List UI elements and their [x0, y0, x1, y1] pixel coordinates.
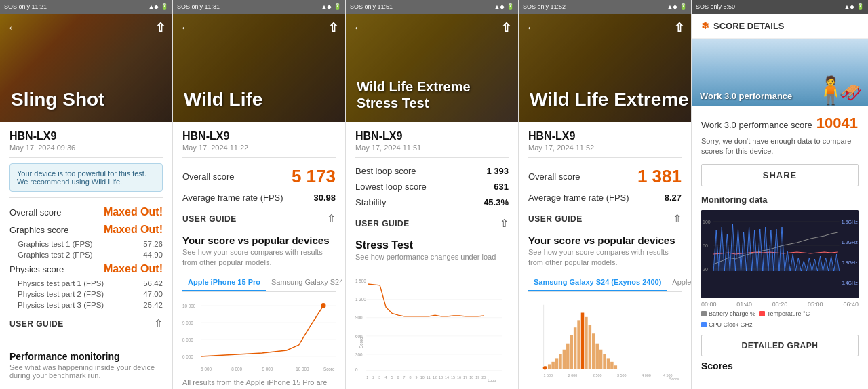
device-name-4: HBN-LX9	[528, 130, 682, 142]
svg-text:Loop: Loop	[488, 378, 496, 382]
tab-2-0[interactable]: Apple iPhone 15 Pro	[182, 274, 266, 291]
svg-rect-75	[614, 365, 618, 369]
svg-rect-61	[563, 350, 566, 369]
tabs-2: Apple iPhone 15 Pro Samsung Galaxy S24 (…	[182, 274, 336, 292]
status-left-right: SOS only 5:50	[696, 3, 735, 10]
svg-text:8: 8	[410, 375, 412, 380]
right-content: Work 3.0 performance score 10041 Sorry, …	[692, 106, 868, 389]
svg-text:0.8GHz: 0.8GHz	[842, 260, 858, 265]
svg-rect-67	[585, 317, 588, 369]
svg-text:17: 17	[463, 375, 467, 380]
compare-title-2: Your score vs popular devices	[182, 234, 336, 246]
legend-battery-dot	[701, 311, 707, 316]
overall-label-4: Overall score	[528, 171, 580, 182]
svg-text:8 000: 8 000	[182, 337, 193, 342]
overall-score-row-1: Overall score Maxed Out!	[9, 203, 163, 221]
status-left-3: SOS only 11:51	[350, 3, 393, 10]
share-nav-icon-4[interactable]: ⇧	[674, 20, 684, 35]
status-right-2: ▲◆ 🔋	[321, 3, 341, 10]
svg-text:1: 1	[366, 375, 368, 380]
share-icon-1[interactable]: ⇧	[154, 317, 163, 330]
share-icon-3[interactable]: ⇧	[500, 217, 509, 230]
svg-text:18: 18	[469, 375, 473, 380]
svg-point-76	[543, 366, 547, 369]
tab-4-1[interactable]: Apple iPh...	[667, 274, 691, 291]
back-icon-1[interactable]: ←	[7, 21, 19, 35]
svg-text:6 000: 6 000	[201, 366, 212, 371]
header-nav-2: ← ⇧	[180, 20, 338, 35]
score-details-header: ❄ SCORE DETAILS	[692, 14, 868, 39]
share-icon-2[interactable]: ⇧	[327, 212, 336, 225]
user-guide-text-1[interactable]: USER GUIDE	[9, 319, 64, 329]
svg-rect-62	[566, 343, 570, 369]
legend-temp: Temperature °C	[760, 310, 810, 317]
svg-text:0.4GHz: 0.4GHz	[842, 281, 858, 285]
header-title-1: Sling Shot	[11, 88, 104, 111]
svg-rect-60	[559, 354, 562, 369]
user-guide-row-3: USER GUIDE ⇧	[355, 213, 509, 234]
stress-chart-svg: 1 500 1 200 900 600 300 0 1 2 3 4 5 6 7 …	[355, 261, 509, 389]
back-icon-2[interactable]: ←	[180, 21, 192, 35]
divider-1b	[9, 197, 163, 198]
share-icon-4[interactable]: ⇧	[673, 212, 682, 225]
stress-chart: 1 500 1 200 900 600 300 0 1 2 3 4 5 6 7 …	[355, 261, 509, 389]
status-left-1: SOS only 11:21	[4, 3, 47, 10]
pt1-label: Physics test part 1 (FPS)	[18, 279, 104, 287]
pt3-label: Physics test part 3 (FPS)	[18, 301, 104, 309]
svg-rect-71	[599, 350, 603, 369]
info-box-1: Your device is too powerful for this tes…	[9, 163, 163, 192]
svg-text:3 500: 3 500	[617, 373, 627, 377]
tab-2-1[interactable]: Samsung Galaxy S24 (Ex	[266, 274, 345, 291]
svg-text:60: 60	[703, 243, 708, 248]
tab-4-0[interactable]: Samsung Galaxy S24 (Exynos 2400)	[528, 274, 667, 291]
scores-section-title: Scores	[701, 361, 859, 371]
device-date-1: May 17, 2024 09:36	[9, 144, 163, 152]
share-nav-icon-1[interactable]: ⇧	[155, 20, 165, 35]
monitoring-footer: 00:00 01:40 03:20 05:00 06:40	[701, 301, 859, 308]
back-icon-4[interactable]: ←	[526, 21, 538, 35]
user-guide-text-2[interactable]: USER GUIDE	[182, 214, 237, 224]
user-guide-text-4[interactable]: USER GUIDE	[528, 214, 583, 224]
status-right-1: ▲◆ 🔋	[149, 3, 168, 10]
overall-value-4: 1 381	[637, 166, 682, 187]
pt3-value: 25.42	[143, 301, 163, 309]
svg-text:10: 10	[420, 375, 425, 380]
device-date-2: May 17, 2024 11:22	[182, 144, 336, 152]
share-button[interactable]: SHARE	[701, 164, 859, 186]
user-guide-row-2: USER GUIDE ⇧	[182, 208, 336, 229]
back-icon-3[interactable]: ←	[353, 21, 365, 35]
header-image-4: ← ⇧ Wild Life Extreme	[519, 14, 691, 122]
divider-1a	[9, 157, 163, 158]
time-1: 01:40	[736, 301, 752, 308]
divider-1c	[9, 340, 163, 340]
svg-text:9 000: 9 000	[182, 320, 193, 325]
overall-label-2: Overall score	[182, 171, 235, 182]
stability-value: 45.3%	[484, 197, 509, 207]
header-nav-3: ← ⇧	[353, 20, 511, 35]
perf-subtitle-1: See what was happening inside your devic…	[9, 363, 163, 380]
user-guide-row-4: USER GUIDE ⇧	[528, 208, 682, 229]
device-name-2: HBN-LX9	[182, 130, 336, 142]
snowflake-icon: ❄	[701, 20, 709, 31]
svg-rect-69	[592, 333, 595, 369]
stability-label: Stability	[355, 197, 387, 207]
share-nav-icon-3[interactable]: ⇧	[501, 20, 511, 35]
physics-score-row-1: Physics score Maxed Out!	[9, 260, 163, 278]
frame-rate-row-4: Average frame rate (FPS) 8.27	[528, 190, 682, 205]
status-bar-2: SOS only 11:31 ▲◆ 🔋	[173, 0, 345, 14]
svg-text:0: 0	[355, 367, 358, 372]
share-nav-icon-2[interactable]: ⇧	[328, 20, 338, 35]
svg-rect-77	[701, 210, 859, 298]
svg-rect-64	[574, 327, 577, 369]
time-4: 06:40	[843, 301, 859, 308]
legend-battery-label: Battery charge %	[709, 310, 755, 317]
lowest-loop-label: Lowest loop score	[355, 182, 427, 192]
detailed-graph-button[interactable]: DETAILED GRAPH	[701, 335, 859, 356]
gt2-label: Graphics test 2 (FPS)	[18, 251, 93, 259]
svg-text:6: 6	[397, 375, 399, 380]
svg-rect-58	[551, 362, 555, 369]
header-image-3: ← ⇧ Wild Life Extreme Stress Test	[346, 14, 518, 122]
user-guide-text-3[interactable]: USER GUIDE	[355, 219, 410, 228]
svg-text:13: 13	[439, 375, 443, 380]
legend-temp-dot	[760, 311, 765, 316]
